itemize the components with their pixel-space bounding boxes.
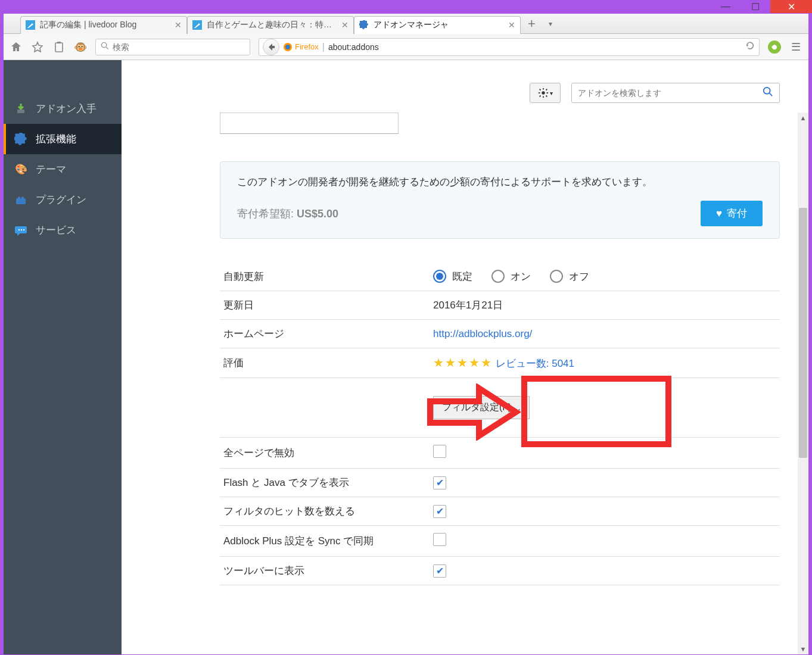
reload-icon[interactable] bbox=[745, 40, 755, 54]
tab-label: 記事の編集 | livedoor Blog bbox=[40, 20, 170, 30]
updated-label: 更新日 bbox=[220, 291, 430, 320]
scrollbar-thumb[interactable] bbox=[799, 208, 807, 458]
search-icon bbox=[101, 42, 109, 52]
download-icon bbox=[14, 102, 27, 116]
sync-checkbox[interactable] bbox=[433, 533, 446, 546]
sidebar-item-label: サービス bbox=[36, 223, 76, 237]
url-text: about:addons bbox=[328, 42, 379, 52]
sidebar-item-label: アドオン入手 bbox=[36, 102, 97, 116]
radio-default[interactable] bbox=[433, 270, 446, 283]
chat-icon bbox=[14, 224, 27, 237]
sidebar-item-themes[interactable]: 🎨 テーマ bbox=[4, 154, 122, 185]
radio-on[interactable] bbox=[491, 270, 505, 283]
donate-box: このアドオンの開発者が開発を継続するための少額の寄付によるサポートを求めています… bbox=[220, 161, 780, 239]
sidebar: アドオン入手 拡張機能 🎨 テーマ プラグイン bbox=[4, 60, 122, 654]
donate-button[interactable]: ♥ 寄付 bbox=[701, 201, 763, 226]
svg-point-12 bbox=[18, 229, 20, 230]
sidebar-item-extensions[interactable]: 拡張機能 bbox=[4, 124, 122, 154]
window-close-button[interactable]: ✕ bbox=[770, 0, 812, 13]
tab-bar: 記事の編集 | livedoor Blog ✕ 自作とゲームと趣味の日々：特… … bbox=[4, 14, 808, 34]
homepage-link[interactable]: http://adblockplus.org/ bbox=[433, 328, 532, 339]
sidebar-item-services[interactable]: サービス bbox=[4, 215, 122, 245]
svg-line-5 bbox=[106, 47, 108, 49]
vertical-scrollbar[interactable]: ▲ ▼ bbox=[798, 113, 808, 654]
hitcount-label: フィルタのヒット数を数える bbox=[220, 497, 430, 526]
auto-update-radio-group: 既定 オン オフ bbox=[433, 270, 776, 283]
tab-close-icon[interactable]: ✕ bbox=[508, 20, 515, 30]
back-button[interactable] bbox=[263, 39, 279, 55]
tab-label: アドオンマネージャ bbox=[374, 20, 503, 30]
row-homepage: ホームページ http://adblockplus.org/ bbox=[220, 320, 780, 348]
toolbar-show-checkbox[interactable]: ✔ bbox=[433, 564, 446, 578]
svg-line-25 bbox=[770, 93, 773, 96]
disable-all-checkbox[interactable] bbox=[433, 445, 446, 458]
home-icon[interactable] bbox=[10, 40, 23, 54]
clipboard-icon[interactable] bbox=[52, 40, 66, 54]
tab-close-icon[interactable]: ✕ bbox=[341, 20, 349, 30]
filter-settings-button[interactable]: フィルタ設定(F)… bbox=[433, 396, 530, 419]
window-titlebar: ― ☐ ✕ bbox=[0, 0, 812, 13]
new-tab-button[interactable]: + bbox=[528, 16, 536, 32]
addon-detail: このアドオンの開発者が開発を継続するための少額の寄付によるサポートを求めています… bbox=[220, 113, 780, 654]
svg-line-21 bbox=[546, 96, 547, 97]
flash-java-label: Flash と Java でタブを表示 bbox=[220, 469, 430, 497]
main-topbar: ▾ bbox=[530, 83, 780, 103]
settings-table: 自動更新 既定 オン bbox=[220, 263, 780, 585]
addon-status-icon[interactable] bbox=[768, 40, 781, 54]
search-input[interactable] bbox=[113, 42, 245, 52]
addon-search-box[interactable] bbox=[571, 83, 780, 103]
star-rating: ★★★★★ bbox=[433, 356, 493, 369]
search-icon[interactable] bbox=[763, 86, 773, 100]
sync-label: Adblock Plus 設定を Sync で同期 bbox=[220, 526, 430, 557]
addon-info-box bbox=[220, 113, 399, 134]
toolbar: 🐵 Firefox | about:addons ☰ bbox=[4, 34, 808, 60]
new-tab-area: + ▾ bbox=[521, 16, 559, 32]
svg-rect-9 bbox=[16, 198, 26, 204]
star-icon[interactable] bbox=[31, 40, 44, 54]
url-bar[interactable]: Firefox | about:addons bbox=[259, 38, 760, 56]
updated-value: 2016年1月21日 bbox=[430, 291, 780, 320]
tab-0[interactable]: 記事の編集 | livedoor Blog ✕ bbox=[20, 16, 187, 34]
reviews-link[interactable]: レビュー数: 5041 bbox=[496, 358, 574, 369]
svg-line-23 bbox=[539, 96, 540, 97]
search-box[interactable] bbox=[95, 39, 250, 55]
row-updated: 更新日 2016年1月21日 bbox=[220, 291, 780, 320]
content-area: アドオン入手 拡張機能 🎨 テーマ プラグイン bbox=[4, 60, 808, 654]
window-minimize-button[interactable]: ― bbox=[711, 0, 741, 13]
svg-line-20 bbox=[539, 89, 540, 91]
tab-2-active[interactable]: アドオンマネージャ ✕ bbox=[354, 16, 521, 34]
row-filter-button: フィルタ設定(F)… bbox=[220, 378, 780, 438]
tab-close-icon[interactable]: ✕ bbox=[175, 20, 182, 30]
hitcount-checkbox[interactable]: ✔ bbox=[433, 505, 446, 518]
row-sync: Adblock Plus 設定を Sync で同期 bbox=[220, 526, 780, 557]
svg-point-14 bbox=[23, 229, 24, 230]
monkey-icon[interactable]: 🐵 bbox=[74, 40, 87, 54]
row-disable-all: 全ページで無効 bbox=[220, 438, 780, 469]
menu-icon[interactable]: ☰ bbox=[789, 40, 802, 54]
svg-point-11 bbox=[21, 196, 24, 199]
scroll-up-arrow[interactable]: ▲ bbox=[798, 113, 808, 123]
main-pane: ▾ このアドオンの開発者が開発を継続するための少額の寄付によるサポートを求めてい… bbox=[122, 60, 808, 654]
flash-java-checkbox[interactable]: ✔ bbox=[433, 476, 446, 489]
scroll-down-arrow[interactable]: ▼ bbox=[798, 644, 808, 654]
firefox-identity[interactable]: Firefox bbox=[283, 42, 319, 52]
disable-all-label: 全ページで無効 bbox=[220, 438, 430, 469]
svg-rect-3 bbox=[57, 42, 61, 43]
addon-settings-button[interactable]: ▾ bbox=[530, 83, 561, 103]
tabs-dropdown-caret[interactable]: ▾ bbox=[549, 20, 552, 28]
row-flash-java: Flash と Java でタブを表示 ✔ bbox=[220, 469, 780, 497]
homepage-label: ホームページ bbox=[220, 320, 430, 348]
sidebar-item-label: 拡張機能 bbox=[36, 132, 76, 146]
addon-search-input[interactable] bbox=[578, 88, 763, 98]
svg-point-13 bbox=[21, 229, 22, 230]
toolbar-show-label: ツールバーに表示 bbox=[220, 557, 430, 585]
separator: | bbox=[322, 42, 325, 52]
sidebar-item-get-addons[interactable]: アドオン入手 bbox=[4, 93, 122, 124]
window-maximize-button[interactable]: ☐ bbox=[741, 0, 770, 13]
puzzle-icon bbox=[359, 20, 369, 30]
tab-1[interactable]: 自作とゲームと趣味の日々：特… ✕ bbox=[187, 16, 354, 34]
svg-line-22 bbox=[546, 89, 547, 91]
row-auto-update: 自動更新 既定 オン bbox=[220, 263, 780, 291]
radio-off[interactable] bbox=[550, 270, 563, 283]
sidebar-item-plugins[interactable]: プラグイン bbox=[4, 185, 122, 215]
